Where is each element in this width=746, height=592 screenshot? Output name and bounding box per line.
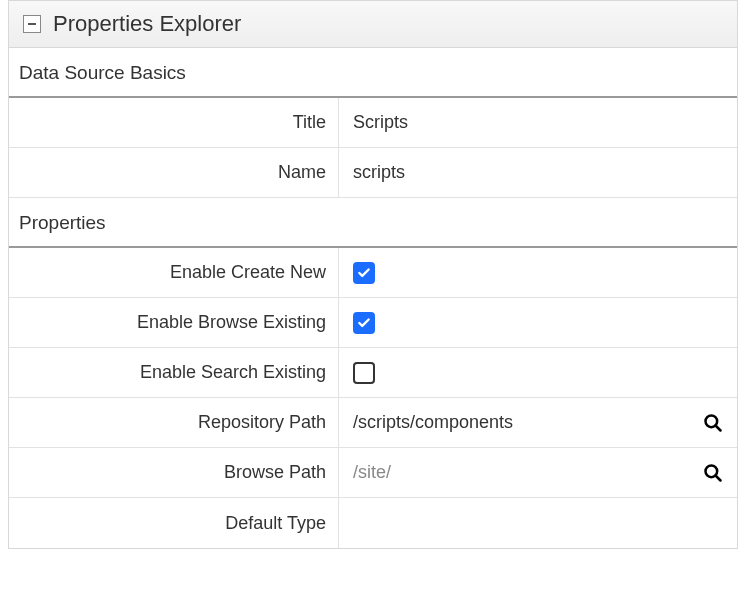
svg-line-1 <box>716 425 721 430</box>
svg-line-3 <box>716 475 721 480</box>
title-text: Scripts <box>353 112 408 133</box>
value-name[interactable]: scripts <box>339 148 737 197</box>
check-icon <box>357 266 371 280</box>
value-enable-create-new <box>339 248 737 297</box>
label-enable-browse-existing: Enable Browse Existing <box>9 298 339 347</box>
repository-path-input[interactable] <box>353 412 695 433</box>
row-name: Name scripts <box>9 148 737 198</box>
collapse-toggle[interactable] <box>23 15 41 33</box>
minus-icon <box>28 23 36 25</box>
row-repository-path: Repository Path <box>9 398 737 448</box>
row-title: Title Scripts <box>9 96 737 148</box>
row-enable-create-new: Enable Create New <box>9 246 737 298</box>
value-browse-path <box>339 448 737 497</box>
name-text: scripts <box>353 162 405 183</box>
value-repository-path <box>339 398 737 447</box>
section-header-basics: Data Source Basics <box>9 48 737 96</box>
checkbox-enable-search-existing[interactable] <box>353 362 375 384</box>
label-name: Name <box>9 148 339 197</box>
properties-explorer-panel: Properties Explorer Data Source Basics T… <box>8 0 738 549</box>
checkbox-enable-browse-existing[interactable] <box>353 312 375 334</box>
label-title: Title <box>9 98 339 147</box>
search-icon[interactable] <box>703 463 723 483</box>
label-browse-path: Browse Path <box>9 448 339 497</box>
panel-title: Properties Explorer <box>53 11 241 37</box>
value-default-type[interactable] <box>339 498 737 548</box>
browse-path-input[interactable] <box>353 462 695 483</box>
value-title[interactable]: Scripts <box>339 98 737 147</box>
row-default-type: Default Type <box>9 498 737 548</box>
search-icon[interactable] <box>703 413 723 433</box>
label-enable-create-new: Enable Create New <box>9 248 339 297</box>
check-icon <box>357 316 371 330</box>
panel-header: Properties Explorer <box>9 0 737 48</box>
section-header-properties: Properties <box>9 198 737 246</box>
row-enable-browse-existing: Enable Browse Existing <box>9 298 737 348</box>
label-default-type: Default Type <box>9 498 339 548</box>
label-repository-path: Repository Path <box>9 398 339 447</box>
checkbox-enable-create-new[interactable] <box>353 262 375 284</box>
value-enable-search-existing <box>339 348 737 397</box>
row-enable-search-existing: Enable Search Existing <box>9 348 737 398</box>
label-enable-search-existing: Enable Search Existing <box>9 348 339 397</box>
row-browse-path: Browse Path <box>9 448 737 498</box>
value-enable-browse-existing <box>339 298 737 347</box>
